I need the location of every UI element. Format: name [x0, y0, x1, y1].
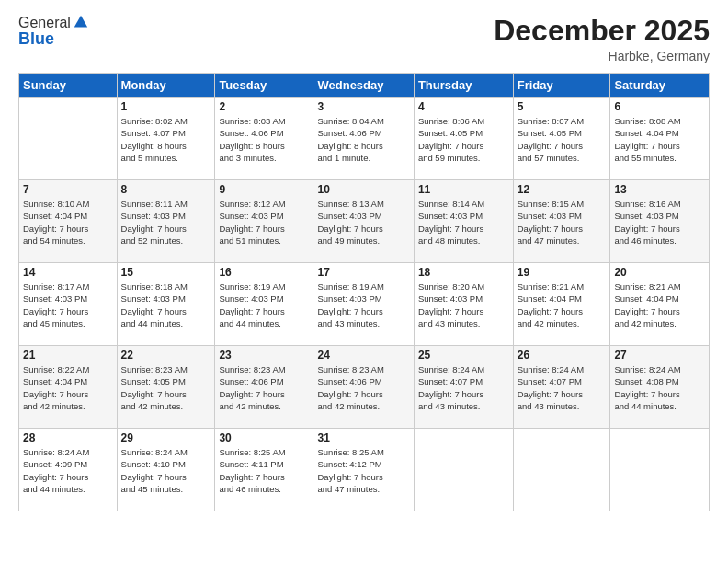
day-number: 9: [219, 183, 309, 196]
day-number: 20: [614, 266, 705, 279]
day-info: Sunrise: 8:21 AMSunset: 4:04 PMDaylight:…: [614, 281, 705, 329]
day-info: Sunrise: 8:24 AMSunset: 4:08 PMDaylight:…: [614, 363, 705, 412]
table-row: 8Sunrise: 8:11 AMSunset: 4:03 PMDaylight…: [117, 180, 215, 263]
day-info: Sunrise: 8:13 AMSunset: 4:03 PMDaylight:…: [317, 198, 409, 247]
day-number: 28: [23, 431, 113, 444]
day-info: Sunrise: 8:18 AMSunset: 4:03 PMDaylight:…: [121, 281, 211, 329]
month-title: December 2025: [494, 15, 710, 47]
table-row: 22Sunrise: 8:23 AMSunset: 4:05 PMDayligh…: [117, 346, 215, 429]
table-row: 25Sunrise: 8:24 AMSunset: 4:07 PMDayligh…: [414, 346, 513, 429]
day-number: 7: [23, 183, 113, 196]
table-row: 7Sunrise: 8:10 AMSunset: 4:04 PMDaylight…: [19, 180, 118, 263]
day-number: 3: [317, 100, 409, 113]
day-number: 24: [317, 349, 409, 362]
table-row: 9Sunrise: 8:12 AMSunset: 4:03 PMDaylight…: [215, 180, 313, 263]
svg-marker-0: [74, 16, 87, 28]
day-info: Sunrise: 8:25 AMSunset: 4:11 PMDaylight:…: [219, 446, 309, 495]
header: General Blue December 2025 Harbke, Germa…: [18, 15, 710, 63]
page: General Blue December 2025 Harbke, Germa…: [0, 0, 728, 563]
day-info: Sunrise: 8:12 AMSunset: 4:03 PMDaylight:…: [219, 198, 309, 247]
table-row: 13Sunrise: 8:16 AMSunset: 4:03 PMDayligh…: [610, 180, 710, 263]
day-info: Sunrise: 8:19 AMSunset: 4:03 PMDaylight:…: [219, 281, 309, 329]
table-row: 30Sunrise: 8:25 AMSunset: 4:11 PMDayligh…: [215, 429, 313, 511]
table-row: [414, 429, 513, 511]
day-info: Sunrise: 8:21 AMSunset: 4:04 PMDaylight:…: [518, 281, 607, 329]
table-row: 23Sunrise: 8:23 AMSunset: 4:06 PMDayligh…: [215, 346, 313, 429]
day-info: Sunrise: 8:03 AMSunset: 4:06 PMDaylight:…: [219, 115, 309, 164]
table-row: [19, 98, 118, 180]
day-info: Sunrise: 8:23 AMSunset: 4:06 PMDaylight:…: [317, 363, 409, 412]
day-number: 31: [317, 431, 409, 444]
day-number: 12: [518, 183, 607, 196]
day-info: Sunrise: 8:23 AMSunset: 4:06 PMDaylight:…: [219, 363, 309, 412]
day-info: Sunrise: 8:24 AMSunset: 4:07 PMDaylight:…: [418, 363, 509, 412]
col-tuesday: Tuesday: [215, 74, 313, 98]
table-row: 24Sunrise: 8:23 AMSunset: 4:06 PMDayligh…: [313, 346, 414, 429]
table-row: 3Sunrise: 8:04 AMSunset: 4:06 PMDaylight…: [313, 98, 414, 180]
table-row: 31Sunrise: 8:25 AMSunset: 4:12 PMDayligh…: [313, 429, 414, 511]
logo: General Blue: [18, 15, 89, 49]
day-number: 17: [317, 266, 409, 279]
day-number: 23: [219, 349, 309, 362]
col-sunday: Sunday: [19, 74, 118, 98]
table-row: [513, 429, 610, 511]
table-row: 17Sunrise: 8:19 AMSunset: 4:03 PMDayligh…: [313, 263, 414, 346]
calendar-header-row: Sunday Monday Tuesday Wednesday Thursday…: [19, 74, 710, 98]
col-thursday: Thursday: [414, 74, 513, 98]
table-row: 2Sunrise: 8:03 AMSunset: 4:06 PMDaylight…: [215, 98, 313, 180]
day-info: Sunrise: 8:11 AMSunset: 4:03 PMDaylight:…: [121, 198, 211, 247]
day-info: Sunrise: 8:23 AMSunset: 4:05 PMDaylight:…: [121, 363, 211, 412]
day-number: 8: [121, 183, 211, 196]
day-number: 6: [614, 100, 705, 113]
day-number: 27: [614, 349, 705, 362]
location: Harbke, Germany: [494, 49, 710, 63]
day-number: 5: [518, 100, 607, 113]
day-number: 16: [219, 266, 309, 279]
day-info: Sunrise: 8:19 AMSunset: 4:03 PMDaylight:…: [317, 281, 409, 329]
day-number: 13: [614, 183, 705, 196]
table-row: 15Sunrise: 8:18 AMSunset: 4:03 PMDayligh…: [117, 263, 215, 346]
day-number: 19: [518, 266, 607, 279]
table-row: 10Sunrise: 8:13 AMSunset: 4:03 PMDayligh…: [313, 180, 414, 263]
table-row: 20Sunrise: 8:21 AMSunset: 4:04 PMDayligh…: [610, 263, 710, 346]
table-row: 26Sunrise: 8:24 AMSunset: 4:07 PMDayligh…: [513, 346, 610, 429]
table-row: 27Sunrise: 8:24 AMSunset: 4:08 PMDayligh…: [610, 346, 710, 429]
col-wednesday: Wednesday: [313, 74, 414, 98]
table-row: 14Sunrise: 8:17 AMSunset: 4:03 PMDayligh…: [19, 263, 118, 346]
table-row: 21Sunrise: 8:22 AMSunset: 4:04 PMDayligh…: [19, 346, 118, 429]
table-row: 18Sunrise: 8:20 AMSunset: 4:03 PMDayligh…: [414, 263, 513, 346]
day-info: Sunrise: 8:24 AMSunset: 4:09 PMDaylight:…: [23, 446, 113, 495]
table-row: 5Sunrise: 8:07 AMSunset: 4:05 PMDaylight…: [513, 98, 610, 180]
col-monday: Monday: [117, 74, 215, 98]
day-number: 2: [219, 100, 309, 113]
table-row: [610, 429, 710, 511]
day-info: Sunrise: 8:04 AMSunset: 4:06 PMDaylight:…: [317, 115, 409, 164]
day-info: Sunrise: 8:14 AMSunset: 4:03 PMDaylight:…: [418, 198, 509, 247]
calendar-table: Sunday Monday Tuesday Wednesday Thursday…: [18, 73, 710, 511]
day-info: Sunrise: 8:24 AMSunset: 4:10 PMDaylight:…: [121, 446, 211, 495]
day-info: Sunrise: 8:24 AMSunset: 4:07 PMDaylight:…: [518, 363, 607, 412]
day-info: Sunrise: 8:20 AMSunset: 4:03 PMDaylight:…: [418, 281, 509, 329]
table-row: 1Sunrise: 8:02 AMSunset: 4:07 PMDaylight…: [117, 98, 215, 180]
day-info: Sunrise: 8:15 AMSunset: 4:03 PMDaylight:…: [518, 198, 607, 247]
day-number: 26: [518, 349, 607, 362]
day-info: Sunrise: 8:02 AMSunset: 4:07 PMDaylight:…: [121, 115, 211, 164]
logo-triangle-icon: [73, 14, 89, 30]
day-number: 21: [23, 349, 113, 362]
day-number: 4: [418, 100, 509, 113]
day-number: 1: [121, 100, 211, 113]
table-row: 29Sunrise: 8:24 AMSunset: 4:10 PMDayligh…: [117, 429, 215, 511]
table-row: 28Sunrise: 8:24 AMSunset: 4:09 PMDayligh…: [19, 429, 118, 511]
table-row: 16Sunrise: 8:19 AMSunset: 4:03 PMDayligh…: [215, 263, 313, 346]
day-number: 25: [418, 349, 509, 362]
table-row: 6Sunrise: 8:08 AMSunset: 4:04 PMDaylight…: [610, 98, 710, 180]
day-info: Sunrise: 8:08 AMSunset: 4:04 PMDaylight:…: [614, 115, 705, 164]
logo-blue-text: Blue: [18, 29, 89, 49]
day-info: Sunrise: 8:06 AMSunset: 4:05 PMDaylight:…: [418, 115, 509, 164]
table-row: 11Sunrise: 8:14 AMSunset: 4:03 PMDayligh…: [414, 180, 513, 263]
day-number: 22: [121, 349, 211, 362]
col-friday: Friday: [513, 74, 610, 98]
day-number: 14: [23, 266, 113, 279]
day-info: Sunrise: 8:25 AMSunset: 4:12 PMDaylight:…: [317, 446, 409, 495]
day-number: 10: [317, 183, 409, 196]
